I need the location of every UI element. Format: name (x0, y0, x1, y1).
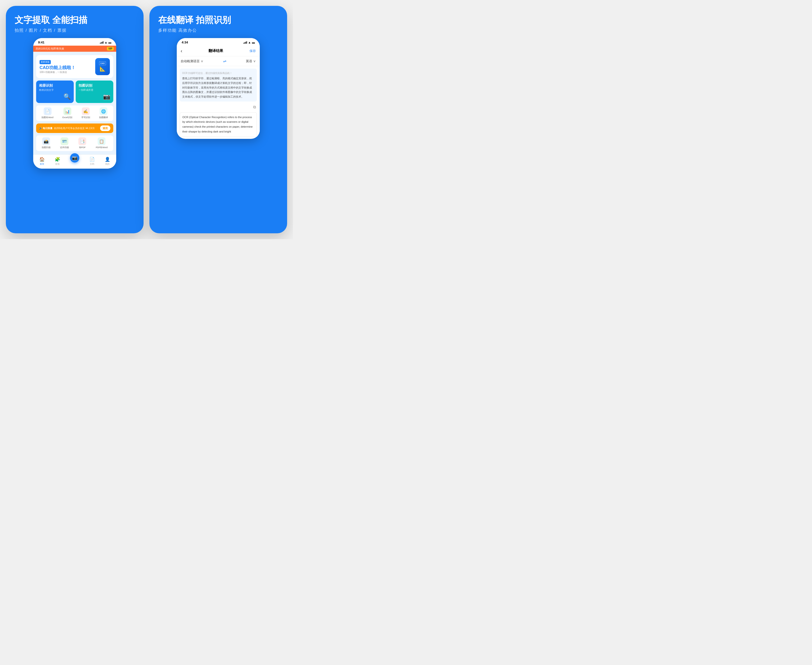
status-bar-right: 4:34 ▲ ▬ (177, 38, 260, 46)
icon-label-handwrite: 手写识别 (81, 116, 90, 119)
excel-icon: 📊 (64, 107, 71, 115)
source-lang-label: 自动检测语言 ∨ (180, 59, 203, 64)
nav-discover[interactable]: 🧩 发现 (55, 157, 60, 166)
card-right-header: 在线翻译 拍照识别 多样功能 高效办公 (149, 6, 287, 38)
handwrite-icon: ✍️ (82, 107, 90, 115)
nav-discover-label: 发现 (55, 162, 59, 166)
time-right: 4:34 (182, 41, 188, 44)
target-lang-button[interactable]: 英语 ∨ (246, 59, 256, 64)
camera-button[interactable]: 📷 (70, 153, 79, 162)
cad-image: CAD 📐 (95, 58, 110, 75)
card-right: 在线翻译 拍照识别 多样功能 高效办公 4:34 ▲ ▬ (149, 6, 287, 233)
tile2-sub: 一拍即成所需 (79, 88, 110, 92)
tile-album[interactable]: 相册识别 精准识别文字 🔍 (36, 80, 74, 103)
word-icon: 📄 (44, 107, 51, 115)
phone-mockup-right: 4:34 ▲ ▬ ‹ 翻译结果 保存 (149, 38, 287, 233)
promo-detail: 前200名用户可享会员价低至 ¥4.13/月 (54, 127, 95, 130)
vip-badge: VIP (107, 47, 114, 51)
bicon-label-scan: 拍图扫描 (42, 146, 51, 149)
bicon-pdf[interactable]: 📑 转PDF (79, 138, 86, 149)
nav-home-label: 首页 (40, 162, 44, 166)
source-content: 查纸上打印的字符，通过检测暗、亮的模式确定其形状，然后用字符识别方法将形状翻译成… (182, 76, 254, 99)
card-left-header: 文字提取 全能扫描 拍照 / 图片 / 文档 / 票据 (6, 6, 144, 38)
card-left-title: 文字提取 全能扫描 (15, 15, 135, 25)
grab-button[interactable]: 速抢 (100, 125, 110, 131)
promo-banner[interactable]: 您的100元红包即将失效 VIP (33, 46, 116, 52)
icon-word[interactable]: 📄 拍图转Word (41, 107, 53, 119)
status-icons-right: ▲ ▬ (243, 41, 255, 44)
bicon-label-id: 证件扫描 (60, 146, 69, 149)
wifi-icon: ▲ (105, 41, 107, 44)
icon-translate[interactable]: 🌐 拍图翻译 (99, 107, 108, 119)
nav-camera[interactable]: 📷 (70, 157, 79, 166)
phone-frame-right: 4:34 ▲ ▬ ‹ 翻译结果 保存 (177, 38, 260, 139)
scan-icon: 📸 (42, 138, 50, 145)
icon-label-translate: 拍图翻译 (99, 116, 108, 119)
camera-scan-icon: 📷 (79, 93, 110, 100)
bicon-id[interactable]: 🪪 证件扫描 (60, 138, 69, 149)
signal-icon-right (243, 41, 247, 44)
bicon-scan[interactable]: 📸 拍图扫描 (42, 138, 51, 149)
phone-frame-left: 9:41 ▲ ▬ 您的100元红包即将失效 VIP (33, 38, 116, 169)
nav-profile[interactable]: 👤 我的 (105, 157, 110, 166)
status-bar-left: 9:41 ▲ ▬ (33, 38, 116, 46)
bicon-pdf-word[interactable]: 📋 PDF转Word (96, 138, 107, 149)
profile-icon: 👤 (105, 157, 110, 162)
save-button[interactable]: 保存 (249, 49, 256, 53)
promo-left: 🔊 每日限量 前200名用户可享会员价低至 ¥4.13/月 (39, 127, 95, 130)
card-right-title: 在线翻译 拍照识别 (158, 15, 278, 25)
new-badge: 新鲜体验 (39, 60, 51, 64)
nav-profile-label: 我的 (105, 162, 110, 166)
nav-docs[interactable]: 📄 文档 (89, 157, 95, 166)
translate-content: ‹ 翻译结果 保存 自动检测语言 ∨ ⇌ 英语 ∨ OCR 扫描即可定位 (177, 46, 260, 137)
card-left: 文字提取 全能扫描 拍照 / 图片 / 文档 / 票据 9:41 ▲ ▬ (6, 6, 144, 233)
daily-promo[interactable]: 🔊 每日限量 前200名用户可享会员价低至 ¥4.13/月 速抢 (36, 123, 113, 133)
bicon-label-pdf: 转PDF (79, 146, 86, 149)
card-right-subtitle: 多样功能 高效办公 (158, 28, 278, 33)
bottom-icons: 📸 拍图扫描 🪪 证件扫描 📑 转PDF 📋 PDF转Word (36, 136, 113, 151)
icon-label-word: 拍图转Word (41, 116, 53, 119)
battery-icon-right: ▬ (252, 41, 255, 44)
icon-grid: 📄 拍图转Word 📊 Excel识别 ✍️ 手写识别 🌐 拍图翻译 (36, 105, 113, 121)
promo-main: 🔊 每日限量 (39, 127, 52, 130)
battery-icon: ▬ (108, 41, 112, 44)
translate-title: 翻译结果 (208, 49, 223, 53)
copy-row: ⧉ (177, 104, 260, 110)
source-lang-button[interactable]: 自动检测语言 ∨ (180, 59, 203, 64)
source-text-box: OCR 扫描即可定位，通过扫描找实际商品机！ 查纸上打印的字符，通过检测暗、亮的… (180, 69, 257, 101)
result-text-box: OCR (Optical Character Recognition) refe… (180, 112, 257, 137)
nav-home[interactable]: 🏠 首页 (39, 157, 45, 166)
copy-icon[interactable]: ⧉ (253, 105, 256, 109)
tile1-sub: 精准识别文字 (39, 88, 71, 92)
status-icons-left: ▲ ▬ (100, 41, 112, 44)
phone-navbar: 🏠 首页 🧩 发现 📷 📄 文档 👤 我的 (33, 154, 116, 169)
cad-promo-block[interactable]: 新鲜体验 CAD功能上线啦！ 100+功能体验，一应俱全 CAD 📐 (36, 55, 113, 78)
cad-sub: 100+功能体验，一应俱全 (39, 70, 75, 74)
wifi-icon-right: ▲ (248, 41, 251, 44)
result-content: OCR (Optical Character Recognition) refe… (182, 115, 254, 134)
nav-docs-label: 文档 (90, 162, 94, 166)
docs-icon: 📄 (89, 157, 95, 162)
target-lang-label: 英语 ∨ (246, 59, 256, 64)
icon-label-excel: Excel识别 (62, 116, 72, 119)
phone-mockup-left: 9:41 ▲ ▬ 您的100元红包即将失效 VIP (6, 38, 144, 233)
blur-line: OCR 扫描即可定位，通过扫描找实际商品机！ (182, 71, 254, 75)
tile-photo[interactable]: 拍图识别 一拍即成所需 📷 (76, 80, 113, 103)
back-button[interactable]: ‹ (180, 48, 182, 54)
id-icon: 🪪 (61, 138, 68, 145)
feature-grid: 相册识别 精准识别文字 🔍 拍图识别 一拍即成所需 📷 (36, 80, 113, 103)
tile1-title: 相册识别 (39, 84, 71, 88)
time-left: 9:41 (38, 41, 44, 44)
icon-excel[interactable]: 📊 Excel识别 (62, 107, 72, 119)
tile2-title: 拍图识别 (79, 84, 110, 88)
swap-lang-button[interactable]: ⇌ (223, 59, 226, 64)
icon-handwrite[interactable]: ✍️ 手写识别 (81, 107, 90, 119)
phone-content-left: 新鲜体验 CAD功能上线啦！ 100+功能体验，一应俱全 CAD 📐 相册 (33, 52, 116, 154)
signal-icon (100, 41, 103, 44)
pdf-word-icon: 📋 (98, 138, 105, 145)
album-icon: 🔍 (39, 93, 71, 100)
cad-text: 新鲜体验 CAD功能上线啦！ 100+功能体验，一应俱全 (39, 59, 75, 74)
card-left-subtitle: 拍照 / 图片 / 文档 / 票据 (15, 28, 135, 33)
cad-title: CAD功能上线啦！ (39, 65, 75, 70)
home-icon: 🏠 (39, 157, 45, 162)
